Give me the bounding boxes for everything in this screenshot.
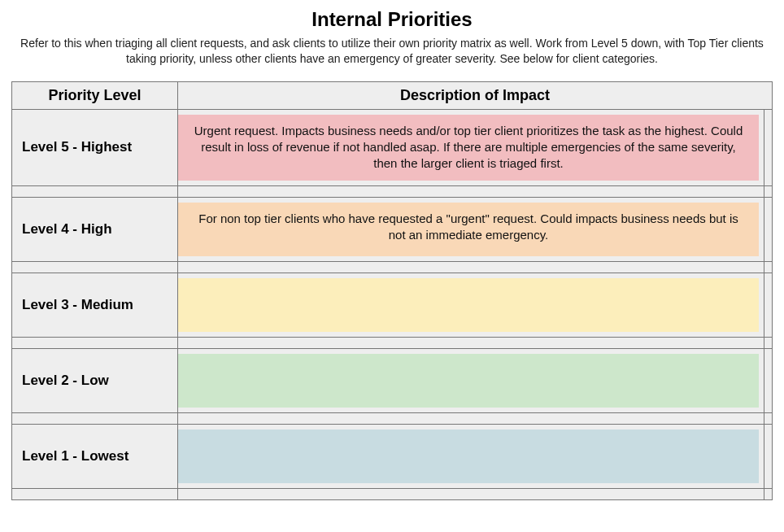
- page-subtitle: Refer to this when triaging all client r…: [11, 36, 773, 67]
- desc-cell: Urgent request. Impacts business needs a…: [178, 109, 764, 185]
- gutter: [764, 109, 773, 185]
- desc-cell: [178, 273, 764, 337]
- spacer-row: [12, 488, 773, 499]
- level-label: Level 2 - Low: [12, 348, 178, 412]
- spacer-row: [12, 185, 773, 197]
- page-title: Internal Priorities: [11, 8, 773, 31]
- level-label: Level 4 - High: [12, 197, 178, 261]
- table-header-row: Priority Level Description of Impact: [12, 81, 773, 109]
- table-row: Level 5 - Highest Urgent request. Impact…: [12, 109, 773, 185]
- gutter: [764, 348, 773, 412]
- desc-text: [178, 354, 759, 408]
- desc-cell: [178, 348, 764, 412]
- desc-text: For non top tier clients who have reques…: [178, 203, 759, 256]
- desc-text: Urgent request. Impacts business needs a…: [178, 115, 759, 181]
- table-row: Level 2 - Low: [12, 348, 773, 412]
- level-label: Level 3 - Medium: [12, 273, 178, 337]
- table-row: Level 1 - Lowest: [12, 424, 773, 488]
- gutter: [764, 197, 773, 261]
- desc-cell: For non top tier clients who have reques…: [178, 197, 764, 261]
- spacer-row: [12, 261, 773, 273]
- desc-text: [178, 430, 759, 483]
- spacer-row: [12, 412, 773, 424]
- gutter: [764, 424, 773, 488]
- table-row: Level 3 - Medium: [12, 273, 773, 337]
- table-row: Level 4 - High For non top tier clients …: [12, 197, 773, 261]
- level-label: Level 1 - Lowest: [12, 424, 178, 488]
- header-description: Description of Impact: [178, 81, 773, 109]
- spacer-row: [12, 337, 773, 348]
- desc-cell: [178, 424, 764, 488]
- priority-table: Priority Level Description of Impact Lev…: [11, 81, 773, 500]
- level-label: Level 5 - Highest: [12, 109, 178, 185]
- desc-text: [178, 278, 759, 332]
- gutter: [764, 273, 773, 337]
- header-priority-level: Priority Level: [12, 81, 178, 109]
